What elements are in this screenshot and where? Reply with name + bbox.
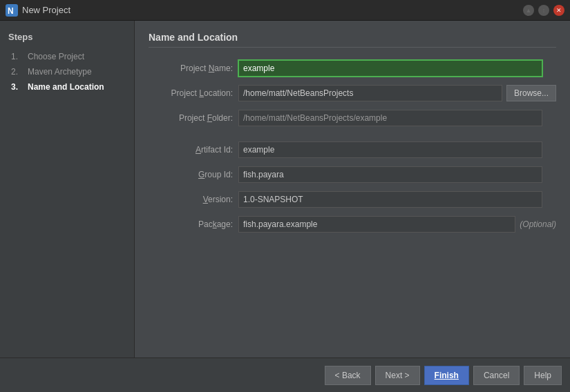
step-label-2: Maven Archetype <box>28 67 92 77</box>
help-button[interactable]: Help <box>524 366 562 385</box>
title-bar-controls: ▲ ↕ ✕ <box>523 5 564 16</box>
spacer <box>149 133 556 140</box>
step-item-3: 3. Name and Location <box>8 81 126 93</box>
version-input[interactable] <box>238 191 542 208</box>
step-label-3: Name and Location <box>28 82 104 92</box>
group-id-input[interactable] <box>238 166 542 183</box>
step-number-2: 2. <box>11 67 23 77</box>
title-bar: N New Project ▲ ↕ ✕ <box>0 0 570 21</box>
project-name-label: Project Name: <box>149 63 238 73</box>
artifact-id-input[interactable] <box>238 141 542 158</box>
project-name-row: Project Name: <box>149 59 556 78</box>
group-id-row: Group Id: <box>149 165 556 184</box>
project-location-input[interactable] <box>238 85 502 101</box>
step-item-2: 2. Maven Archetype <box>8 66 126 78</box>
optional-label: (Optional) <box>520 219 556 229</box>
project-folder-row: Project Folder: <box>149 108 556 128</box>
version-label: Version: <box>149 195 238 204</box>
browse-button[interactable]: Browse... <box>506 85 556 101</box>
maximize-button[interactable]: ↕ <box>538 5 549 16</box>
sidebar: Steps 1. Choose Project 2. Maven Archety… <box>0 21 135 357</box>
steps-title: Steps <box>8 32 126 42</box>
package-label: Package: <box>149 219 238 229</box>
artifact-id-label: Artifact Id: <box>149 145 238 155</box>
section-title: Name and Location <box>149 32 556 48</box>
step-item-1: 1. Choose Project <box>8 50 126 63</box>
main-panel: Name and Location Project Name: Project … <box>135 21 570 357</box>
title-bar-left: N New Project <box>6 4 70 17</box>
dialog-body: Steps 1. Choose Project 2. Maven Archety… <box>0 21 570 357</box>
project-location-row: Project Location: Browse... <box>149 84 556 103</box>
next-button[interactable]: Next > <box>375 366 420 385</box>
svg-text:N: N <box>8 6 14 16</box>
step-number-1: 1. <box>11 52 23 61</box>
cancel-button[interactable]: Cancel <box>473 366 520 385</box>
project-folder-label: Project Folder: <box>149 113 238 123</box>
dialog: Steps 1. Choose Project 2. Maven Archety… <box>0 21 570 392</box>
project-folder-input <box>238 110 542 126</box>
version-row: Version: <box>149 190 556 209</box>
package-row: Package: (Optional) <box>149 215 556 234</box>
minimize-button[interactable]: ▲ <box>523 5 534 16</box>
finish-button[interactable]: Finish <box>424 366 469 385</box>
button-bar: < Back Next > Finish Cancel Help <box>0 357 570 392</box>
artifact-id-row: Artifact Id: <box>149 140 556 159</box>
step-list: 1. Choose Project 2. Maven Archetype 3. … <box>8 50 126 93</box>
step-label-1: Choose Project <box>28 52 84 61</box>
back-button[interactable]: < Back <box>325 366 371 385</box>
project-location-label: Project Location: <box>149 88 238 98</box>
step-number-3: 3. <box>11 82 23 92</box>
project-name-input[interactable] <box>238 60 542 77</box>
app-logo: N <box>6 4 18 17</box>
close-button[interactable]: ✕ <box>553 5 564 16</box>
window-title: New Project <box>22 5 70 15</box>
group-id-label: Group Id: <box>149 170 238 179</box>
package-input[interactable] <box>238 216 515 233</box>
